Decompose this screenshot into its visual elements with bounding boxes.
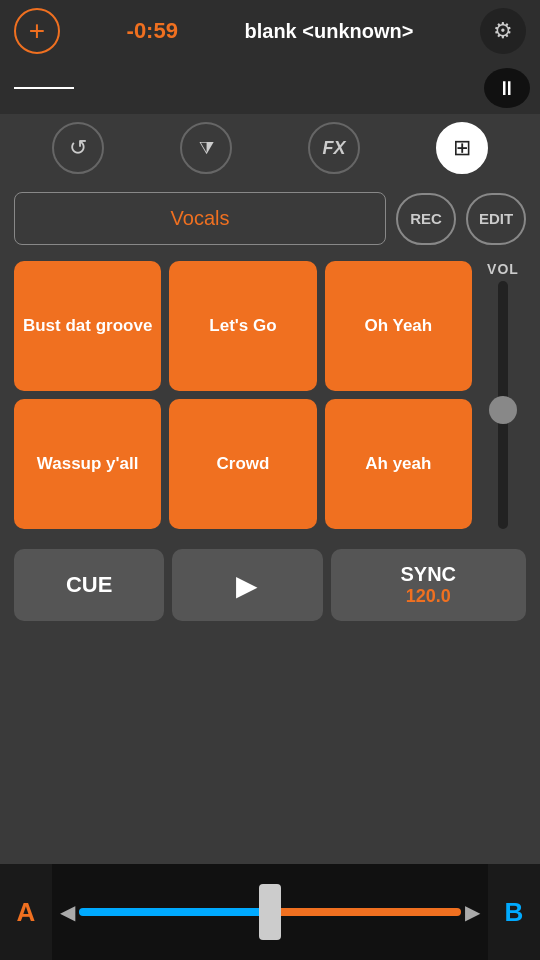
rec-button[interactable]: REC bbox=[396, 193, 456, 245]
header: + -0:59 blank <unknown> ⚙ bbox=[0, 0, 540, 62]
pad-2[interactable]: Oh Yeah bbox=[325, 261, 472, 391]
waveform-button[interactable]: ⏸ bbox=[484, 68, 530, 108]
cue-button[interactable]: CUE bbox=[14, 549, 164, 621]
loop-icon: ↺ bbox=[69, 135, 87, 161]
pad-5[interactable]: Ah yeah bbox=[325, 399, 472, 529]
sync-bpm: 120.0 bbox=[406, 586, 451, 607]
vol-label: VOL bbox=[487, 261, 519, 277]
crossfader-b[interactable]: B bbox=[488, 864, 540, 960]
sync-label: SYNC bbox=[401, 563, 457, 586]
crossfader-slider-area[interactable]: ◀ ▶ bbox=[52, 864, 488, 960]
grid-icon: ⊞ bbox=[453, 135, 471, 161]
progress-area: ⏸ bbox=[0, 62, 540, 114]
play-button[interactable]: ▶ bbox=[172, 549, 322, 621]
pads-grid: Bust dat groove Let's Go Oh Yeah Wassup … bbox=[14, 261, 472, 529]
track-name: blank bbox=[244, 20, 296, 42]
transport-row: CUE ▶ SYNC 120.0 bbox=[0, 535, 540, 635]
edit-button[interactable]: EDIT bbox=[466, 193, 526, 245]
vol-slider-thumb[interactable] bbox=[489, 396, 517, 424]
crossfader-bar: A ◀ ▶ B bbox=[0, 864, 540, 960]
pad-3[interactable]: Wassup y'all bbox=[14, 399, 161, 529]
crossfader-track-left bbox=[79, 908, 270, 916]
waveform-icon: ⏸ bbox=[497, 77, 517, 100]
loop-button[interactable]: ↺ bbox=[52, 122, 104, 174]
eq-icon: ⧩ bbox=[199, 138, 214, 159]
timer-display: -0:59 bbox=[127, 18, 178, 44]
crossfader-arrow-right[interactable]: ▶ bbox=[465, 900, 480, 924]
vol-area: VOL bbox=[480, 261, 526, 529]
grid-button[interactable]: ⊞ bbox=[436, 122, 488, 174]
fx-button[interactable]: FX bbox=[308, 122, 360, 174]
crossfader-track-right bbox=[270, 908, 461, 916]
pads-vol-area: Bust dat groove Let's Go Oh Yeah Wassup … bbox=[0, 255, 540, 535]
vocals-row: Vocals REC EDIT bbox=[0, 182, 540, 255]
pad-0[interactable]: Bust dat groove bbox=[14, 261, 161, 391]
add-button[interactable]: + bbox=[14, 8, 60, 54]
track-artist: <unknown> bbox=[302, 20, 413, 42]
vocals-selector[interactable]: Vocals bbox=[14, 192, 386, 245]
play-icon: ▶ bbox=[236, 569, 258, 602]
settings-icon: ⚙ bbox=[493, 18, 513, 44]
sync-button[interactable]: SYNC 120.0 bbox=[331, 549, 526, 621]
pad-4[interactable]: Crowd bbox=[169, 399, 316, 529]
crossfader-thumb[interactable] bbox=[259, 884, 281, 940]
crossfader-arrow-left[interactable]: ◀ bbox=[60, 900, 75, 924]
track-title: blank <unknown> bbox=[244, 20, 413, 43]
settings-button[interactable]: ⚙ bbox=[480, 8, 526, 54]
eq-button[interactable]: ⧩ bbox=[180, 122, 232, 174]
progress-line bbox=[14, 87, 74, 89]
controls-row: ↺ ⧩ FX ⊞ bbox=[0, 114, 540, 182]
vol-slider-track[interactable] bbox=[498, 281, 508, 529]
crossfader-track[interactable] bbox=[79, 908, 461, 916]
crossfader-a[interactable]: A bbox=[0, 864, 52, 960]
pad-1[interactable]: Let's Go bbox=[169, 261, 316, 391]
